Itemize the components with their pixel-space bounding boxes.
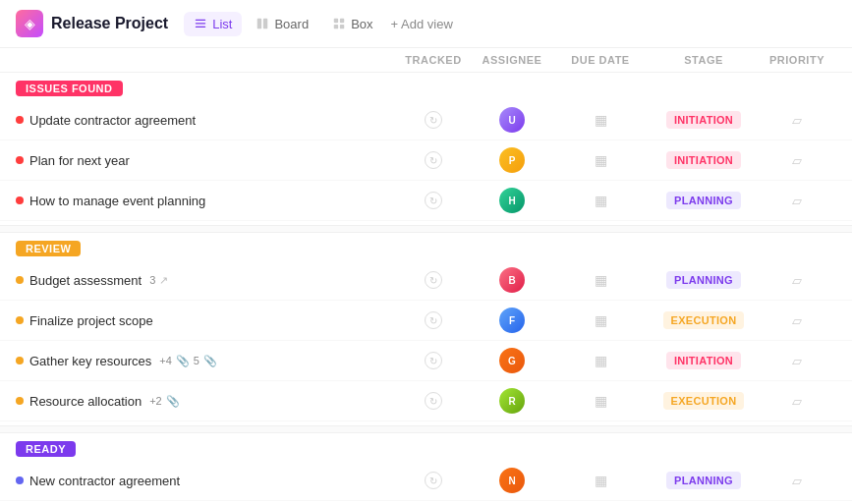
stage-badge[interactable]: PLANNING [666, 192, 741, 209]
priority-cell: ▱ [758, 194, 836, 208]
comment-icon[interactable]: ▱ [792, 153, 802, 168]
dot-orange [16, 397, 24, 405]
avatar[interactable]: G [499, 348, 525, 373]
stage-cell: EXECUTION [650, 392, 758, 410]
tracked-icon[interactable]: ↻ [425, 111, 442, 129]
stage-cell: EXECUTION [650, 311, 758, 329]
project-title: Release Project [51, 15, 168, 32]
tab-board[interactable]: Board [246, 12, 318, 36]
avatar[interactable]: U [499, 107, 525, 133]
avatar[interactable]: N [499, 468, 525, 493]
task-name: Gather key resources +4 📎 5 📎 [16, 354, 394, 368]
table-row: Update contractor agreement ↻ U ▦ INITIA… [0, 100, 852, 140]
task-text: Gather key resources [29, 354, 151, 368]
stage-badge[interactable]: EXECUTION [663, 392, 745, 410]
stage-badge[interactable]: PLANNING [666, 271, 741, 289]
task-text: Finalize project scope [29, 313, 153, 328]
app-header: ◈ Release Project List Board Box + Add v… [0, 0, 852, 48]
tracked-cell: ↻ [394, 192, 473, 209]
assignee-cell: B [473, 267, 551, 293]
assignee-cell: G [473, 348, 551, 373]
group-review-label: REVIEW [16, 241, 81, 256]
tab-box[interactable]: Box [322, 12, 382, 36]
calendar-icon[interactable]: ▦ [595, 193, 607, 208]
tracked-cell: ↻ [394, 111, 473, 129]
col-priority: PRIORITY [758, 54, 836, 66]
comment-icon[interactable]: ▱ [792, 354, 802, 368]
duedate-cell: ▦ [551, 152, 650, 168]
task-text: Budget assessment [29, 273, 142, 288]
add-view-label: + Add view [391, 17, 453, 31]
priority-cell: ▱ [758, 153, 836, 168]
tracked-icon[interactable]: ↻ [425, 352, 442, 369]
comment-icon[interactable]: ▱ [792, 194, 802, 208]
assignee-cell: U [473, 107, 551, 133]
comment-icon[interactable]: ▱ [792, 474, 802, 488]
calendar-icon[interactable]: ▦ [595, 312, 607, 328]
priority-cell: ▱ [758, 113, 836, 128]
table-row: Budget assessment 3 ↗ ↻ B ▦ PLANNING ▱ [0, 260, 852, 301]
dot-orange [16, 316, 24, 324]
tracked-icon[interactable]: ↻ [425, 271, 442, 289]
tracked-icon[interactable]: ↻ [425, 151, 442, 169]
avatar[interactable]: B [499, 267, 525, 293]
tracked-cell: ↻ [394, 392, 473, 410]
meta-count2: 5 [194, 355, 199, 366]
task-name: Plan for next year [16, 153, 394, 168]
svg-rect-8 [340, 25, 344, 28]
svg-rect-4 [263, 19, 267, 29]
svg-rect-3 [257, 19, 261, 29]
stage-badge[interactable]: INITIATION [666, 151, 741, 169]
tracked-icon[interactable]: ↻ [425, 392, 442, 410]
tracked-cell: ↻ [394, 472, 473, 489]
task-name: New contractor agreement [16, 474, 394, 488]
calendar-icon[interactable]: ▦ [595, 473, 607, 488]
tracked-cell: ↻ [394, 151, 473, 169]
tracked-icon[interactable]: ↻ [425, 311, 442, 329]
calendar-icon[interactable]: ▦ [595, 112, 607, 128]
calendar-icon[interactable]: ▦ [595, 272, 607, 288]
comment-icon[interactable]: ▱ [792, 273, 802, 288]
duedate-cell: ▦ [551, 272, 650, 288]
dot-red [16, 116, 24, 124]
dot-blue [16, 476, 24, 484]
tab-list[interactable]: List [184, 12, 242, 36]
dot-orange [16, 357, 24, 364]
col-tracked: TRACKED [394, 54, 473, 66]
add-view-button[interactable]: + Add view [391, 12, 453, 36]
svg-rect-5 [334, 19, 338, 23]
assignee-cell: R [473, 388, 551, 414]
meta-count: +2 [149, 395, 162, 407]
calendar-icon[interactable]: ▦ [595, 353, 607, 368]
group-review: REVIEW Budget assessment 3 ↗ ↻ B ▦ PLANN… [0, 233, 852, 421]
list-icon [194, 17, 207, 30]
avatar[interactable]: R [499, 388, 525, 414]
tracked-cell: ↻ [394, 352, 473, 369]
stage-cell: PLANNING [650, 271, 758, 289]
col-duedate: DUE DATE [551, 54, 650, 66]
avatar[interactable]: P [499, 147, 525, 173]
stage-badge[interactable]: EXECUTION [663, 311, 745, 329]
stage-cell: INITIATION [650, 352, 758, 369]
comment-icon[interactable]: ▱ [792, 394, 802, 409]
comment-icon[interactable]: ▱ [792, 313, 802, 328]
stage-badge[interactable]: PLANNING [666, 472, 741, 489]
task-name: Resource allocation +2 📎 [16, 394, 394, 409]
calendar-icon[interactable]: ▦ [595, 393, 607, 409]
task-text: Update contractor agreement [29, 113, 196, 128]
avatar[interactable]: H [499, 188, 525, 213]
tracked-icon[interactable]: ↻ [425, 472, 442, 489]
table-header: TRACKED ASSIGNEE DUE DATE STAGE PRIORITY [0, 48, 852, 73]
priority-cell: ▱ [758, 394, 836, 409]
avatar[interactable]: F [499, 308, 525, 333]
calendar-icon[interactable]: ▦ [595, 152, 607, 168]
stage-badge[interactable]: INITIATION [666, 111, 741, 129]
comment-icon[interactable]: ▱ [792, 113, 802, 128]
stage-badge[interactable]: INITIATION [666, 352, 741, 369]
dot-red [16, 196, 24, 204]
tracked-icon[interactable]: ↻ [425, 192, 442, 209]
tracked-cell: ↻ [394, 311, 473, 329]
svg-rect-2 [196, 27, 206, 28]
svg-rect-7 [334, 25, 338, 28]
task-meta: 3 ↗ [149, 274, 168, 287]
